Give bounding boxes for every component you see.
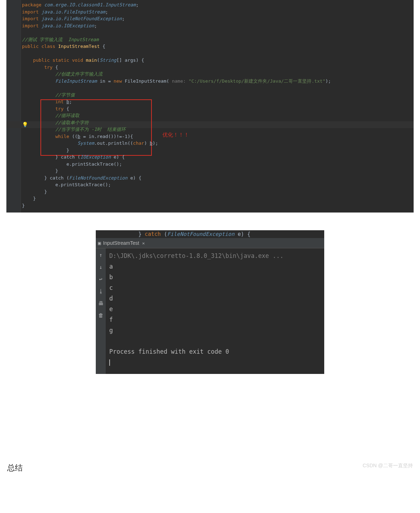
run-tab-icon: ▣	[98, 240, 101, 246]
console-output[interactable]: D:\JDK\.jdks\corretto-1.8.0_312\bin\java…	[106, 248, 324, 374]
run-tab-title[interactable]: InputStreamTest	[103, 240, 139, 246]
output-line: e	[109, 305, 113, 313]
print-icon[interactable]: 🖶	[98, 300, 104, 307]
wrap-icon[interactable]: ↩	[99, 276, 102, 282]
code-content: package com.erge.IO.classon01.InputStrea…	[22, 1, 414, 209]
console-tabbar: ▣ InputStreamTest ×	[96, 238, 324, 248]
up-arrow-icon[interactable]: ↑	[99, 252, 102, 258]
console-toolbar: ↑ ↓ ↩ ⭳ 🖶 🗑	[96, 248, 106, 374]
run-console: } catch (FileNotFoundException e) { ▣ In…	[96, 230, 324, 374]
down-arrow-icon[interactable]: ↓	[99, 264, 102, 270]
output-line: d	[109, 295, 113, 302]
gutter	[6, 0, 21, 213]
download-icon[interactable]: ⭳	[98, 288, 104, 294]
section-heading: 总结	[7, 463, 23, 473]
output-line: f	[109, 316, 113, 323]
code-editor[interactable]: 💡 package com.erge.IO.classon01.InputStr…	[6, 0, 414, 213]
output-line: c	[109, 284, 113, 291]
exit-message: Process finished with exit code 0	[109, 348, 229, 355]
output-line: g	[109, 327, 113, 334]
output-line: a	[109, 263, 113, 270]
console-command: D:\JDK\.jdks\corretto-1.8.0_312\bin\java…	[109, 252, 283, 259]
watermark: CSDN @二哥一直坚持	[363, 463, 413, 473]
console-code-fragment: } catch (FileNotFoundException e) {	[96, 230, 324, 238]
trash-icon[interactable]: 🗑	[98, 312, 104, 319]
output-line: b	[109, 274, 113, 281]
close-icon[interactable]: ×	[142, 241, 145, 246]
caret-icon	[109, 359, 110, 366]
